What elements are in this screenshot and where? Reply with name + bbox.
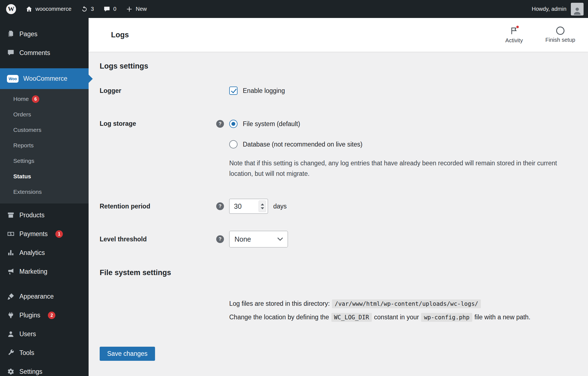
sidebar-item-wc-settings[interactable]: Settings: [0, 153, 89, 169]
sidebar-item-label: Analytics: [19, 249, 45, 257]
howdy-label[interactable]: Howdy, admin: [532, 6, 566, 12]
submenu-label: Home: [13, 96, 29, 102]
site-name-link[interactable]: woocommerce: [25, 6, 71, 13]
home-count-badge: 6: [32, 95, 39, 103]
updates-link[interactable]: 3: [81, 6, 94, 13]
sidebar-item-wc-reports[interactable]: Reports: [0, 138, 89, 153]
admin-sidebar: Media Pages Comments Woo WooCommerce Hom…: [0, 18, 89, 376]
new-content-link[interactable]: New: [126, 6, 147, 13]
submenu-label: Customers: [13, 127, 42, 133]
user-avatar-icon: [572, 6, 582, 15]
home-icon: [25, 6, 33, 13]
sidebar-item-wc-home[interactable]: Home 6: [0, 91, 89, 107]
submenu-label: Settings: [13, 158, 34, 164]
retention-number-input-wrap: [229, 199, 268, 214]
sidebar-item-label: Settings: [19, 368, 42, 375]
retention-period-row: Retention period ? days: [100, 199, 573, 214]
sidebar-item-wc-status[interactable]: Status: [0, 169, 89, 184]
change-location-text-1: Change the location by defining the: [229, 314, 329, 321]
tools-icon: [7, 349, 15, 357]
finish-setup-button[interactable]: Finish setup: [545, 26, 576, 44]
level-threshold-row: Level threshold ? None: [100, 231, 573, 247]
sidebar-item-woocommerce[interactable]: Woo WooCommerce: [0, 68, 89, 89]
file-system-radio[interactable]: [229, 120, 238, 128]
page-title: Logs: [111, 31, 129, 39]
users-icon: [7, 330, 15, 338]
level-threshold-select[interactable]: None: [229, 231, 288, 247]
sidebar-item-label: Payments: [19, 230, 48, 238]
enable-logging-checkbox[interactable]: [229, 87, 238, 95]
sidebar-item-pages[interactable]: Pages: [0, 25, 89, 43]
activity-label: Activity: [505, 37, 523, 44]
activity-notification-dot: [516, 25, 519, 29]
enable-logging-label: Enable logging: [243, 87, 285, 95]
sidebar-item-settings[interactable]: Settings: [0, 362, 89, 376]
new-label: New: [136, 6, 147, 12]
sidebar-item-appearance[interactable]: Appearance: [0, 287, 89, 306]
analytics-icon: [7, 249, 15, 257]
update-icon: [81, 6, 88, 13]
logger-label: Logger: [100, 87, 216, 95]
woocommerce-icon: Woo: [7, 75, 19, 83]
stepper-down-icon[interactable]: [261, 207, 264, 209]
retention-days-input[interactable]: [229, 202, 250, 210]
sidebar-item-wc-extensions[interactable]: Extensions: [0, 184, 89, 200]
change-location-text-3: file with a new path.: [474, 314, 530, 321]
sidebar-item-marketing[interactable]: Marketing: [0, 262, 89, 281]
sidebar-item-label: Pages: [19, 30, 37, 38]
wp-config-file: wp-config.php: [421, 313, 472, 322]
submenu-label: Extensions: [13, 189, 42, 195]
payments-icon: [7, 230, 15, 238]
plugins-count-badge: 2: [48, 312, 55, 319]
sidebar-item-payments[interactable]: Payments 1: [0, 224, 89, 243]
sidebar-item-plugins[interactable]: Plugins 2: [0, 306, 89, 325]
avatar[interactable]: [571, 3, 584, 15]
sidebar-item-wc-orders[interactable]: Orders: [0, 107, 89, 122]
comments-link[interactable]: 0: [103, 6, 116, 13]
setup-progress-icon: [556, 27, 564, 35]
sidebar-item-label: Tools: [19, 349, 34, 357]
log-storage-help-icon[interactable]: ?: [216, 120, 224, 128]
log-storage-row: Log storage ? File system (default) Data…: [100, 120, 573, 179]
sidebar-item-label: Comments: [19, 49, 50, 57]
wordpress-logo-icon[interactable]: W: [6, 4, 16, 14]
admin-bar: W woocommerce 3 0 New Howdy, admin: [0, 0, 588, 18]
site-name-label: woocommerce: [35, 6, 71, 12]
sidebar-item-users[interactable]: Users: [0, 325, 89, 343]
sidebar-item-analytics[interactable]: Analytics: [0, 243, 89, 262]
comment-icon: [103, 6, 110, 13]
number-stepper[interactable]: [259, 200, 266, 212]
sidebar-item-comments[interactable]: Comments: [0, 43, 89, 62]
logs-settings-heading: Logs settings: [100, 62, 573, 70]
sidebar-item-tools[interactable]: Tools: [0, 343, 89, 362]
payments-count-badge: 1: [55, 230, 63, 238]
save-changes-button[interactable]: Save changes: [100, 347, 155, 361]
submenu-label: Orders: [13, 111, 31, 118]
database-radio[interactable]: [229, 140, 238, 148]
update-count: 3: [91, 6, 94, 12]
sidebar-item-label: Plugins: [19, 312, 40, 319]
database-radio-label: Database (not recommended on live sites): [243, 141, 362, 148]
sidebar-item-products[interactable]: Products: [0, 206, 89, 224]
threshold-help-icon[interactable]: ?: [216, 235, 224, 243]
log-directory-path: /var/www/html/wp-content/uploads/wc-logs…: [332, 299, 481, 308]
submenu-label: Reports: [13, 142, 34, 149]
sidebar-item-label: WooCommerce: [23, 75, 67, 82]
menu-separator: [0, 281, 89, 287]
pages-icon: [7, 30, 15, 38]
retention-unit-label: days: [273, 203, 287, 210]
wc-log-dir-constant: WC_LOG_DIR: [331, 313, 372, 322]
settings-content: Logs settings Logger Enable logging Log …: [89, 52, 588, 376]
sidebar-item-wc-customers[interactable]: Customers: [0, 122, 89, 138]
retention-help-icon[interactable]: ?: [216, 202, 224, 210]
file-system-settings-heading: File system settings: [100, 268, 573, 277]
sidebar-item-label: Users: [19, 330, 36, 338]
log-storage-note: Note that if this setting is changed, an…: [229, 158, 573, 179]
change-location-text-2: constant in your: [374, 314, 419, 321]
activity-button[interactable]: Activity: [499, 26, 530, 44]
woocommerce-submenu: Home 6 Orders Customers Reports Settings…: [0, 89, 89, 203]
file-system-radio-label: File system (default): [243, 120, 300, 128]
chevron-down-icon: [277, 237, 283, 241]
level-threshold-value: None: [234, 235, 251, 243]
stepper-up-icon[interactable]: [261, 203, 264, 205]
